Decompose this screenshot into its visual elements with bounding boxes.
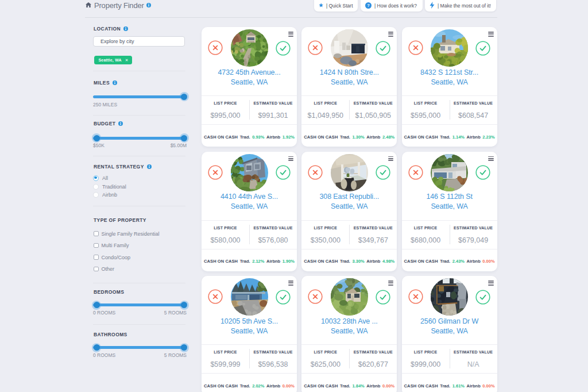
svg-text:?: ? [367,3,370,8]
